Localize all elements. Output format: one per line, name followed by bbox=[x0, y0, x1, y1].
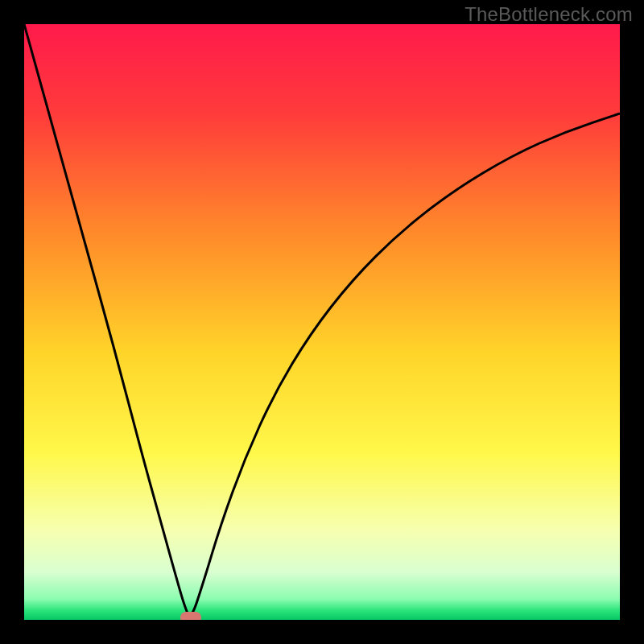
chart-frame: TheBottleneck.com bbox=[0, 0, 644, 644]
background-rect bbox=[24, 24, 620, 620]
plot-area bbox=[24, 24, 620, 620]
chart-svg bbox=[24, 24, 620, 620]
minimum-marker bbox=[180, 612, 201, 620]
watermark-text: TheBottleneck.com bbox=[464, 3, 633, 26]
